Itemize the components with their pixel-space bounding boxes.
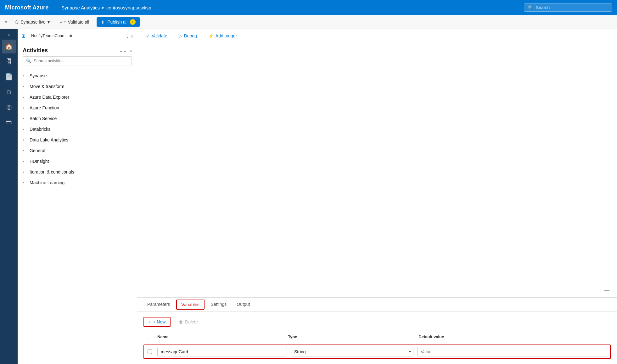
- tab-output[interactable]: Output: [232, 299, 255, 311]
- activities-title: Activities: [23, 47, 48, 54]
- activities-actions: ⌄⌄ «: [119, 48, 132, 53]
- panel-tab[interactable]: NotifiyTeamsChan...: [28, 31, 75, 41]
- debug-label: Debug: [184, 33, 197, 38]
- tab-variables[interactable]: Variables: [176, 300, 204, 310]
- search-icon: 🔍: [528, 5, 533, 10]
- minimize-icon[interactable]: —: [604, 288, 609, 294]
- activity-item-iteration[interactable]: › Iteration & conditionals: [18, 167, 137, 177]
- validate-all-item[interactable]: ✓≡ Validate all: [57, 18, 92, 26]
- sidebar-item-manage[interactable]: 🗃: [2, 115, 16, 129]
- col-header-type: Type: [285, 334, 416, 339]
- top-bar-nav: Synapse Analytics ▶ contososynapsewksp: [61, 5, 151, 10]
- publish-all-label: Publish all: [107, 19, 127, 25]
- sidebar-item-develop[interactable]: 📄: [2, 70, 16, 84]
- sidebar-item-home[interactable]: 🏠: [2, 40, 16, 53]
- synapse-live-chevron: ▾: [48, 19, 50, 25]
- add-trigger-button[interactable]: ⚡ Add trigger: [206, 32, 239, 40]
- activity-item-move-transform[interactable]: › Move & transform: [18, 81, 137, 92]
- synapse-live-icon: ⬡: [15, 19, 19, 25]
- activities-sort-icon[interactable]: ⌄⌄: [119, 48, 127, 53]
- activity-label: Synapse: [30, 73, 47, 78]
- nav-synapse[interactable]: Synapse Analytics: [61, 5, 100, 10]
- top-bar: Microsoft Azure Synapse Analytics ▶ cont…: [0, 0, 617, 15]
- publish-all-button[interactable]: ⬆ Publish all 1: [97, 17, 140, 27]
- sidebar-item-integrate[interactable]: ⧉: [2, 85, 16, 99]
- activity-item-azure-function[interactable]: › Azure Function: [18, 102, 137, 113]
- variables-content: + + New 🗑 Delete Name Type Default va: [137, 312, 617, 364]
- nav-workspace[interactable]: contososynapsewksp: [106, 5, 151, 10]
- activity-label: Move & transform: [30, 84, 64, 89]
- brand-label: Microsoft Azure: [5, 4, 48, 11]
- activity-label: Machine Learning: [30, 180, 65, 185]
- row-checkbox[interactable]: [148, 350, 152, 354]
- default-value-input[interactable]: [417, 347, 608, 356]
- chevron-right-icon: ›: [23, 127, 26, 131]
- activity-label: Databricks: [30, 127, 50, 132]
- activity-item-databricks[interactable]: › Databricks: [18, 124, 137, 135]
- sidebar-item-data[interactable]: 🗄: [2, 55, 16, 69]
- activity-item-batch-service[interactable]: › Batch Service: [18, 113, 137, 124]
- search-activities-input[interactable]: [34, 58, 128, 63]
- panel-tab-dot: [70, 35, 72, 37]
- type-select-wrap: String Boolean Integer Array Object Secu…: [291, 347, 413, 356]
- activity-item-hdinsight[interactable]: › HDInsight: [18, 156, 137, 167]
- panel-tab-label: NotifiyTeamsChan...: [31, 33, 68, 38]
- activity-item-synapse[interactable]: › Synapse: [18, 70, 137, 81]
- expand-left-icon[interactable]: »: [5, 19, 7, 24]
- activities-panel: ⊞ NotifiyTeamsChan... ⌄ « Activities ⌄⌄ …: [18, 29, 137, 364]
- validate-button[interactable]: ✓ Validate: [143, 32, 170, 40]
- plus-icon: +: [149, 319, 151, 324]
- activity-item-data-lake[interactable]: › Data Lake Analytics: [18, 135, 137, 145]
- validate-icon: ✓≡: [60, 19, 66, 25]
- trigger-icon: ⚡: [208, 33, 214, 38]
- sidebar-expand-icon[interactable]: »: [7, 31, 11, 38]
- second-bar: » ⬡ Synapse live ▾ ✓≡ Validate all ⬆ Pub…: [0, 15, 617, 29]
- activity-label: Azure Data Explorer: [30, 95, 69, 100]
- chevron-right-icon: ›: [23, 84, 26, 89]
- validate-check-icon: ✓: [146, 33, 150, 38]
- delete-button: 🗑 Delete: [174, 317, 202, 326]
- activities-title-row: Activities ⌄⌄ «: [18, 43, 137, 56]
- chevron-right-icon: ›: [23, 170, 26, 174]
- activities-list: › Synapse › Move & transform › Azure Dat…: [18, 69, 137, 364]
- col-header-name: Name: [155, 334, 285, 339]
- trash-icon: 🗑: [179, 319, 183, 324]
- tab-settings[interactable]: Settings: [206, 299, 232, 311]
- panel-tab-icon: ⊞: [21, 33, 25, 39]
- nav-chevron: ▶: [102, 5, 104, 10]
- synapse-live-item[interactable]: ⬡ Synapse live ▾: [12, 18, 52, 26]
- new-delete-row: + + New 🗑 Delete: [143, 317, 611, 327]
- new-label: + New: [153, 319, 165, 324]
- search-input[interactable]: [536, 5, 608, 10]
- debug-button[interactable]: ▷ Debug: [176, 32, 199, 40]
- validate-all-label: Validate all: [68, 19, 89, 25]
- chevron-right-icon: ›: [23, 138, 26, 142]
- top-search-box[interactable]: 🔍: [524, 3, 612, 12]
- activity-item-machine-learning[interactable]: › Machine Learning: [18, 177, 137, 188]
- bottom-tabs: Parameters Variables Settings Output: [137, 298, 617, 312]
- content-toolbar: ✓ Validate ▷ Debug ⚡ Add trigger: [137, 29, 617, 43]
- select-all-checkbox[interactable]: [147, 335, 151, 339]
- activity-label: HDInsight: [30, 159, 49, 164]
- search-activities-icon: 🔍: [26, 58, 31, 63]
- col-header-default: Default value: [416, 334, 611, 339]
- activity-item-data-explorer[interactable]: › Azure Data Explorer: [18, 92, 137, 102]
- sidebar-item-monitor[interactable]: ◎: [2, 100, 16, 114]
- canvas-area: —: [137, 43, 617, 297]
- header-checkbox-wrap: [143, 335, 155, 339]
- variable-name-input[interactable]: [157, 347, 287, 356]
- type-select[interactable]: String Boolean Integer Array Object Secu…: [291, 347, 413, 356]
- tab-parameters[interactable]: Parameters: [142, 299, 175, 311]
- activity-item-general[interactable]: › General: [18, 145, 137, 156]
- search-activities-box[interactable]: 🔍: [23, 56, 132, 65]
- main-layout: » 🏠 🗄 📄 ⧉ ◎ 🗃 ⊞ NotifiyTeamsChan... ⌄ « …: [0, 29, 617, 364]
- bottom-section: Parameters Variables Settings Output +: [137, 297, 617, 364]
- content-area: ✓ Validate ▷ Debug ⚡ Add trigger — Param…: [137, 29, 617, 364]
- new-variable-button[interactable]: + + New: [143, 317, 171, 327]
- close-panel-icon[interactable]: «: [131, 34, 133, 39]
- collapse-icon[interactable]: ⌄: [126, 34, 129, 39]
- chevron-right-icon: ›: [23, 159, 26, 163]
- activities-collapse-icon[interactable]: «: [129, 48, 132, 53]
- activity-label: Data Lake Analytics: [30, 137, 68, 142]
- add-trigger-label: Add trigger: [216, 33, 237, 38]
